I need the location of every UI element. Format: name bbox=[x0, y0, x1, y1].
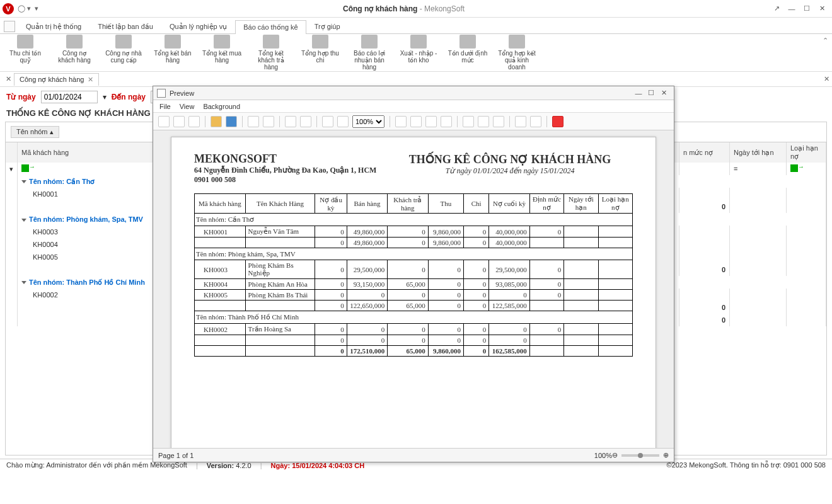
preview-close-icon[interactable]: ✕ bbox=[657, 89, 670, 97]
preview-body[interactable]: MEKONGSOFT 64 Nguyễn Đình Chiểu, Phường … bbox=[153, 130, 674, 448]
col-ngay[interactable]: Ngày tới hạn bbox=[730, 142, 787, 163]
from-date-input[interactable] bbox=[41, 91, 98, 103]
report-col: Mã khách hàng bbox=[195, 194, 246, 214]
filter-ngay[interactable]: = bbox=[730, 163, 787, 175]
status-copyright: ©2023 MekongSoft. Thông tin hỗ trợ: 0901… bbox=[667, 461, 826, 469]
doc-tabs-close-icon[interactable]: ✕ bbox=[821, 75, 832, 83]
file-menu-icon[interactable] bbox=[4, 21, 15, 32]
toolbar-thumb-icon[interactable] bbox=[158, 116, 170, 127]
ribbon-item[interactable]: Tổng hợp thu chi bbox=[300, 35, 340, 71]
toolbar-bookmarks-icon[interactable] bbox=[188, 116, 200, 127]
ribbon-item[interactable]: Báo cáo lợi nhuận bán hàng bbox=[349, 35, 390, 71]
report-col: Tên Khách Hàng bbox=[245, 194, 315, 214]
toolbar-last-icon[interactable] bbox=[441, 116, 452, 127]
cell-code[interactable]: KH0001 bbox=[18, 188, 156, 200]
doc-close-all-icon[interactable]: ✕ bbox=[3, 75, 14, 83]
toolbar-scale-icon[interactable] bbox=[300, 116, 311, 127]
filter-toggle-icon[interactable]: ▾ bbox=[6, 163, 18, 175]
preview-minimize-icon[interactable]: — bbox=[632, 89, 645, 97]
filter-makh[interactable] bbox=[18, 163, 156, 175]
preview-zoomout-button[interactable]: ⊖ bbox=[612, 451, 618, 459]
report-col: Khách trả hàng bbox=[388, 194, 428, 214]
doc-tab[interactable]: Công nợ khách hàng ✕ bbox=[14, 73, 99, 86]
menu-tab[interactable]: Thiết lập ban đầu bbox=[90, 20, 161, 33]
ribbon-label: Công nợ nhà cung cấp bbox=[103, 50, 144, 64]
menu-tab[interactable]: Quản lý nghiệp vụ bbox=[161, 20, 235, 33]
menu-tab[interactable]: Trợ giúp bbox=[306, 20, 349, 33]
menu-tab[interactable]: Báo cáo thống kê bbox=[235, 20, 306, 34]
preview-maximize-icon[interactable]: ☐ bbox=[645, 89, 657, 97]
ribbon-item[interactable]: Thu chi tồn quỹ bbox=[5, 35, 45, 71]
col-makh[interactable]: Mã khách hàng bbox=[18, 142, 156, 163]
report-col: Nợ cuối kỳ bbox=[489, 194, 529, 214]
report-company: MEKONGSOFT bbox=[194, 152, 387, 166]
toolbar-first-icon[interactable] bbox=[395, 116, 407, 127]
ribbon-icon bbox=[263, 35, 279, 49]
ribbon-item[interactable]: Tổng kết khách trả hàng bbox=[251, 35, 291, 71]
toolbar-open-icon[interactable] bbox=[211, 116, 222, 127]
toolbar-closedoc-icon[interactable] bbox=[552, 116, 563, 127]
qat-dropdown-icon[interactable]: ◯ ▾ bbox=[18, 4, 31, 13]
toolbar-email-icon[interactable] bbox=[530, 116, 541, 127]
document-tabs: ✕ Công nợ khách hàng ✕ ✕ bbox=[0, 72, 832, 87]
toolbar-save-icon[interactable] bbox=[226, 116, 237, 127]
ribbon-item[interactable]: Tổng kết bán hàng bbox=[153, 35, 193, 71]
ribbon-item[interactable]: Tổng kết mua hàng bbox=[202, 35, 242, 71]
toolbar-quickprint-icon[interactable] bbox=[263, 116, 274, 127]
cell-code[interactable]: KH0002 bbox=[18, 289, 156, 301]
toolbar-color-icon[interactable] bbox=[478, 116, 489, 127]
preview-toolbar: 100% bbox=[153, 113, 674, 130]
toolbar-export-icon[interactable] bbox=[515, 116, 526, 127]
ribbon-item[interactable]: Công nợ khách hàng bbox=[54, 35, 95, 71]
toolbar-prev-icon[interactable] bbox=[410, 116, 422, 127]
cell-code[interactable]: KH0003 bbox=[18, 226, 156, 238]
window-title: Công nợ khách hàng bbox=[343, 4, 417, 13]
toolbar-zoomout-icon[interactable] bbox=[322, 116, 333, 127]
preview-menu-file[interactable]: File bbox=[159, 103, 171, 110]
col-mucno[interactable]: n mức nợ bbox=[679, 142, 730, 163]
ribbon-collapse-icon[interactable]: ⌃ bbox=[823, 37, 828, 45]
toolbar-multipage-icon[interactable] bbox=[463, 116, 474, 127]
to-date-label: Đến ngày bbox=[112, 93, 146, 101]
toolbar-zoom-select[interactable]: 100% bbox=[352, 115, 384, 128]
report-subtitle: Từ ngày 01/01/2024 đến ngày 15/01/2024 bbox=[387, 166, 633, 176]
preview-page-status: Page 1 of 1 bbox=[158, 452, 194, 459]
from-date-dropdown-icon[interactable]: ▾ bbox=[103, 93, 107, 101]
report-phone: 0901 000 508 bbox=[194, 175, 387, 185]
ribbon-item[interactable]: Tổng hợp kết quả kinh doanh bbox=[497, 35, 537, 71]
preview-zoom-slider[interactable] bbox=[621, 454, 659, 457]
group-chip[interactable]: Tên nhóm ▴ bbox=[11, 126, 59, 138]
preview-zoomin-button[interactable]: ⊕ bbox=[663, 451, 669, 459]
cell-code[interactable]: KH0005 bbox=[18, 251, 156, 263]
ribbon-item[interactable]: Xuất - nhập - tồn kho bbox=[398, 35, 439, 71]
toolbar-next-icon[interactable] bbox=[425, 116, 437, 127]
status-version: 4.2.0 bbox=[236, 462, 251, 469]
ribbon-item[interactable]: Tồn dưới định mức bbox=[448, 35, 488, 71]
toolbar-watermark-icon[interactable] bbox=[493, 116, 504, 127]
close-icon[interactable]: ✕ bbox=[814, 4, 829, 13]
group-sum: 0 bbox=[679, 301, 730, 314]
report-col: Định mức nợ bbox=[529, 194, 563, 214]
toolbar-pagesetup-icon[interactable] bbox=[285, 116, 296, 127]
cell-code[interactable]: KH0004 bbox=[18, 238, 156, 251]
col-loai[interactable]: Loại hạn nợ bbox=[787, 142, 826, 163]
toolbar-zoomin-icon[interactable] bbox=[337, 116, 349, 127]
toolbar-search-icon[interactable] bbox=[173, 116, 185, 127]
from-date-label: Từ ngày bbox=[6, 93, 36, 101]
ribbon-item[interactable]: Công nợ nhà cung cấp bbox=[103, 35, 144, 71]
ribbon-icon bbox=[165, 35, 181, 49]
preview-menu-view[interactable]: View bbox=[180, 103, 195, 110]
report-col: Ngày tới hạn bbox=[564, 194, 598, 214]
menu-tab[interactable]: Quản trị hệ thống bbox=[18, 20, 90, 33]
filter-loai[interactable] bbox=[787, 163, 826, 175]
ribbon-label: Tổng kết khách trả hàng bbox=[251, 50, 291, 71]
minimize-icon[interactable]: — bbox=[784, 5, 799, 13]
maximize-icon[interactable]: ☐ bbox=[799, 4, 814, 13]
group-sum: 0 bbox=[679, 200, 730, 213]
help-icon[interactable]: ↗ bbox=[769, 4, 784, 13]
preview-menu: File View Background bbox=[153, 100, 674, 113]
preview-menu-background[interactable]: Background bbox=[203, 103, 240, 110]
doc-tab-close-icon[interactable]: ✕ bbox=[88, 76, 93, 84]
ribbon-label: Công nợ khách hàng bbox=[54, 50, 95, 64]
toolbar-print-icon[interactable] bbox=[248, 116, 259, 127]
